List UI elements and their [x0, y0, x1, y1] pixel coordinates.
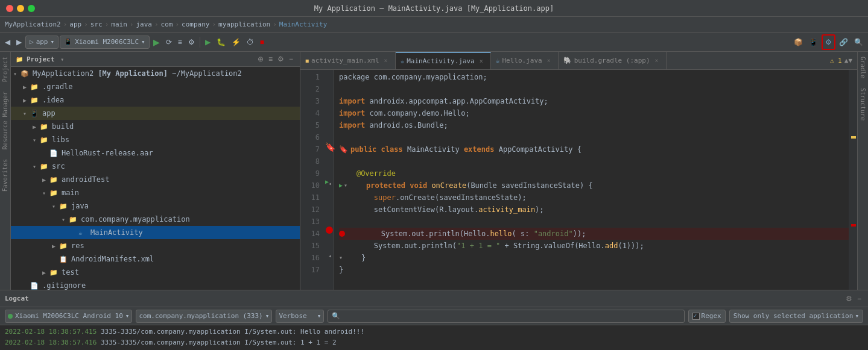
breadcrumb-item-3[interactable]: main: [111, 20, 127, 28]
favorites-tab[interactable]: Favorites: [1, 154, 10, 196]
expand-arrow[interactable]: ▶: [23, 97, 30, 104]
expand-arrow[interactable]: ▶: [42, 177, 49, 183]
close-panel-button[interactable]: −: [287, 54, 295, 64]
expand-arrow[interactable]: ▾: [42, 190, 49, 196]
logcat-regex-button[interactable]: Regex: [688, 310, 726, 323]
tree-item-src[interactable]: ▾ 📁 src: [11, 160, 300, 173]
run-config-selector[interactable]: ▷ app ▾: [25, 36, 59, 49]
breadcrumb-item-0[interactable]: MyApplication2: [5, 20, 61, 28]
debug-button[interactable]: 🐛: [214, 34, 228, 50]
breadcrumb-item-6[interactable]: company: [182, 20, 209, 28]
nav-down[interactable]: ▼: [848, 57, 852, 64]
tree-item-package[interactable]: ▾ 📁 com.company.myapplication: [11, 213, 300, 226]
make-button[interactable]: ⟳: [163, 34, 174, 50]
expand-arrow[interactable]: ▾: [33, 163, 40, 170]
tab-close-button[interactable]: ×: [545, 57, 553, 65]
breadcrumb-item-8[interactable]: MainActivity: [279, 20, 327, 28]
pair-devices-button[interactable]: 🔗: [837, 34, 851, 50]
breadcrumb-item-1[interactable]: app: [69, 20, 81, 28]
tree-item-libs[interactable]: ▾ 📁 libs: [11, 133, 300, 146]
run-button[interactable]: ▶: [151, 34, 162, 50]
breadcrumb-item-4[interactable]: java: [136, 20, 152, 28]
tree-item-build[interactable]: ▶ 📁 build: [11, 120, 300, 133]
avd-manager-button[interactable]: 📱: [806, 34, 820, 50]
expand-arrow[interactable]: ▶: [23, 84, 30, 90]
maximize-button[interactable]: [28, 5, 35, 12]
tab-close-button[interactable]: ×: [477, 57, 486, 66]
sdk-manager-button[interactable]: 📦: [791, 34, 805, 50]
device-manager-button[interactable]: ⚙: [822, 34, 835, 50]
logcat-show-selected-button[interactable]: Show only selected application ▾: [729, 310, 863, 323]
tab-close-button[interactable]: ×: [653, 57, 661, 65]
java-tab-icon: ☕: [401, 57, 405, 65]
logcat-package-selector[interactable]: com.company.myapplication (333) ▾: [136, 310, 272, 323]
sync-button[interactable]: ⚙: [186, 34, 197, 50]
fold-marker[interactable]: ▾: [344, 180, 347, 192]
tree-item-res[interactable]: ▶ 📁 res: [11, 239, 300, 252]
sidebar-dropdown-icon[interactable]: ▾: [60, 56, 64, 63]
structure-panel-tab[interactable]: Structure: [858, 83, 867, 125]
folder-icon: 📁: [49, 176, 59, 184]
resource-manager-tab[interactable]: Resource Manager: [1, 87, 10, 154]
run-button-2[interactable]: ▶: [203, 34, 213, 50]
stop-button[interactable]: ■: [258, 34, 267, 50]
project-panel-tab[interactable]: Project: [1, 52, 10, 87]
build-menu-button[interactable]: ≡: [176, 34, 185, 50]
profile-button[interactable]: ⏱: [244, 34, 256, 50]
tab-build-gradle[interactable]: 🐘 build.gradle (:app) ×: [559, 52, 667, 70]
logcat-settings-button[interactable]: ⚙: [844, 294, 854, 304]
expand-arrow[interactable]: ▾: [23, 110, 30, 117]
expand-arrow[interactable]: ▶: [42, 269, 49, 276]
warning-icon: ⚠ 1: [830, 57, 842, 64]
logcat-search[interactable]: 🔍: [328, 310, 684, 323]
fold-icon[interactable]: ◂: [328, 180, 332, 187]
tree-item-manifest[interactable]: 📋 AndroidManifest.xml: [11, 252, 300, 266]
expand-arrow[interactable]: ▾: [62, 216, 69, 223]
expand-arrow[interactable]: ▾: [52, 203, 59, 210]
tab-hello[interactable]: ☕ Hello.java ×: [491, 52, 559, 70]
tree-item-main[interactable]: ▾ 📁 main: [11, 186, 300, 199]
gradle-panel-tab[interactable]: Gradle: [858, 52, 867, 83]
tree-item-mainactivity[interactable]: ☕ MainActivity: [11, 226, 300, 239]
tree-item-app[interactable]: ▾ 📱 app: [11, 107, 300, 120]
breadcrumb-item-7[interactable]: myapplication: [218, 20, 270, 28]
tab-close-button[interactable]: ×: [382, 57, 390, 65]
expand-arrow[interactable]: ▶: [52, 243, 59, 249]
tree-settings-button[interactable]: ⚙: [276, 54, 286, 64]
code-content[interactable]: package com.company.myapplication; impor…: [334, 70, 849, 290]
tree-item-androidtest[interactable]: ▶ 📁 androidTest: [11, 173, 300, 186]
expand-arrow[interactable]: ▾: [33, 137, 40, 143]
nav-up[interactable]: ▲: [844, 57, 849, 64]
tab-activity-main[interactable]: ◼ activity_main.xml ×: [300, 52, 396, 70]
minimize-button[interactable]: [17, 5, 24, 12]
close-button[interactable]: [6, 5, 13, 12]
tree-item-idea[interactable]: ▶ 📁 .idea: [11, 93, 300, 107]
device-selector[interactable]: 📱 Xiaomi M2006C3LC ▾: [60, 36, 150, 49]
tab-mainactivity[interactable]: ☕ MainActivity.java ×: [396, 52, 491, 70]
breadcrumb-item-2[interactable]: src: [90, 20, 103, 28]
expand-arrow[interactable]: ▶: [33, 123, 40, 130]
window-controls[interactable]: [6, 5, 35, 12]
breadcrumb-item-5[interactable]: com: [161, 20, 173, 28]
tree-item-gradle-hidden[interactable]: ▶ 📁 .gradle: [11, 80, 300, 93]
navigate-forward-button[interactable]: ▶: [14, 34, 24, 50]
logcat-level-selector[interactable]: Verbose ▾: [276, 310, 324, 323]
logcat-device-selector[interactable]: Xiaomi M2006C3LC Android 10 ▾: [5, 310, 132, 323]
tree-item-gitignore[interactable]: 📄 .gitignore: [11, 279, 300, 290]
navigate-back-button[interactable]: ◀: [2, 34, 13, 50]
collapse-all-button[interactable]: ≡: [267, 54, 274, 64]
tree-item-aar[interactable]: 📄 HelloRust-release.aar: [11, 146, 300, 160]
tree-label: com.company.myapplication: [81, 215, 190, 223]
fold-marker-2[interactable]: ▾: [339, 252, 343, 264]
tree-item-java[interactable]: ▾ 📁 java: [11, 199, 300, 213]
fold-icon-2[interactable]: ◂: [328, 252, 332, 259]
regex-checkbox[interactable]: [692, 313, 700, 320]
tree-item-root[interactable]: ▾ 📦 MyApplication2 [My Application] ~/My…: [11, 67, 300, 80]
expand-arrow[interactable]: ▾: [13, 70, 21, 77]
locate-file-button[interactable]: ⊕: [256, 54, 265, 64]
tree-item-test[interactable]: ▶ 📁 test: [11, 266, 300, 279]
run-with-coverage-button[interactable]: ⚡: [229, 34, 243, 50]
logcat-close-button[interactable]: −: [855, 294, 863, 304]
code-editor[interactable]: 1 2 3 4 5 6 7 8 9 10 11 12 13 14 15 16 1…: [300, 70, 857, 290]
search-everywhere-button[interactable]: 🔍: [852, 34, 866, 50]
